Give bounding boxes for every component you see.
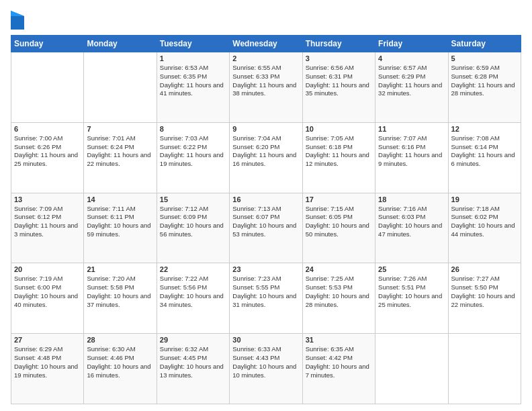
day-info: Sunrise: 7:26 AMSunset: 5:51 PMDaylight:… (378, 275, 445, 309)
calendar-cell: 18Sunrise: 7:16 AMSunset: 6:03 PMDayligh… (375, 193, 448, 263)
day-number: 21 (87, 265, 153, 273)
day-info: Sunrise: 6:35 AMSunset: 4:42 PMDaylight:… (306, 345, 372, 379)
day-number: 16 (232, 195, 299, 203)
calendar-cell: 25Sunrise: 7:26 AMSunset: 5:51 PMDayligh… (375, 263, 448, 334)
day-info: Sunrise: 6:32 AMSunset: 4:45 PMDaylight:… (160, 345, 226, 379)
calendar-cell: 10Sunrise: 7:05 AMSunset: 6:18 PMDayligh… (302, 122, 375, 193)
day-number: 14 (87, 195, 153, 203)
calendar-cell: 12Sunrise: 7:08 AMSunset: 6:14 PMDayligh… (448, 122, 521, 193)
day-info: Sunrise: 7:03 AMSunset: 6:22 PMDaylight:… (160, 134, 226, 169)
calendar-cell: 13Sunrise: 7:09 AMSunset: 6:12 PMDayligh… (11, 193, 84, 263)
calendar-cell: 4Sunrise: 6:57 AMSunset: 6:29 PMDaylight… (375, 52, 448, 123)
day-info: Sunrise: 6:55 AMSunset: 6:33 PMDaylight:… (232, 64, 299, 98)
calendar-cell: 31Sunrise: 6:35 AMSunset: 4:42 PMDayligh… (302, 334, 375, 404)
calendar-cell (84, 52, 157, 123)
day-info: Sunrise: 7:22 AMSunset: 5:56 PMDaylight:… (160, 275, 226, 309)
day-number: 7 (87, 125, 153, 133)
calendar-cell: 17Sunrise: 7:15 AMSunset: 6:05 PMDayligh… (302, 193, 375, 263)
logo (11, 11, 27, 30)
day-info: Sunrise: 7:09 AMSunset: 6:12 PMDaylight:… (14, 205, 81, 239)
weekday-monday: Monday (84, 36, 157, 52)
day-number: 27 (14, 336, 81, 344)
calendar-cell: 1Sunrise: 6:53 AMSunset: 6:35 PMDaylight… (157, 52, 229, 123)
day-info: Sunrise: 6:33 AMSunset: 4:43 PMDaylight:… (232, 345, 299, 379)
svg-marker-1 (11, 11, 24, 16)
day-info: Sunrise: 6:59 AMSunset: 6:28 PMDaylight:… (451, 64, 518, 98)
calendar-cell: 7Sunrise: 7:01 AMSunset: 6:24 PMDaylight… (84, 122, 157, 193)
day-info: Sunrise: 7:01 AMSunset: 6:24 PMDaylight:… (87, 134, 153, 169)
calendar-cell: 8Sunrise: 7:03 AMSunset: 6:22 PMDaylight… (157, 122, 229, 193)
logo-icon (11, 11, 24, 30)
day-info: Sunrise: 7:13 AMSunset: 6:07 PMDaylight:… (232, 205, 299, 239)
header (11, 11, 521, 30)
day-number: 5 (451, 54, 518, 62)
day-number: 22 (160, 265, 226, 273)
weekday-sunday: Sunday (11, 36, 84, 52)
calendar-cell: 24Sunrise: 7:25 AMSunset: 5:53 PMDayligh… (302, 263, 375, 334)
calendar-cell: 21Sunrise: 7:20 AMSunset: 5:58 PMDayligh… (84, 263, 157, 334)
page: SundayMondayTuesdayWednesdayThursdayFrid… (0, 0, 532, 411)
day-number: 17 (306, 195, 372, 203)
calendar-cell: 9Sunrise: 7:04 AMSunset: 6:20 PMDaylight… (230, 122, 302, 193)
week-row-2: 13Sunrise: 7:09 AMSunset: 6:12 PMDayligh… (11, 193, 521, 263)
weekday-header-row: SundayMondayTuesdayWednesdayThursdayFrid… (11, 36, 521, 52)
calendar-cell: 15Sunrise: 7:12 AMSunset: 6:09 PMDayligh… (157, 193, 229, 263)
day-info: Sunrise: 6:29 AMSunset: 4:48 PMDaylight:… (14, 345, 81, 379)
calendar-cell: 16Sunrise: 7:13 AMSunset: 6:07 PMDayligh… (230, 193, 302, 263)
day-number: 11 (378, 125, 445, 133)
day-info: Sunrise: 7:04 AMSunset: 6:20 PMDaylight:… (232, 134, 299, 169)
day-number: 24 (306, 265, 372, 273)
day-info: Sunrise: 7:23 AMSunset: 5:55 PMDaylight:… (232, 275, 299, 309)
day-info: Sunrise: 7:08 AMSunset: 6:14 PMDaylight:… (451, 134, 518, 169)
week-row-3: 20Sunrise: 7:19 AMSunset: 6:00 PMDayligh… (11, 263, 521, 334)
day-number: 23 (232, 265, 299, 273)
day-number: 8 (160, 125, 226, 133)
weekday-tuesday: Tuesday (157, 36, 229, 52)
day-info: Sunrise: 7:25 AMSunset: 5:53 PMDaylight:… (306, 275, 372, 309)
day-info: Sunrise: 7:18 AMSunset: 6:02 PMDaylight:… (451, 205, 518, 239)
day-info: Sunrise: 6:57 AMSunset: 6:29 PMDaylight:… (378, 64, 445, 98)
day-number: 15 (160, 195, 226, 203)
day-number: 26 (451, 265, 518, 273)
calendar-cell: 28Sunrise: 6:30 AMSunset: 4:46 PMDayligh… (84, 334, 157, 404)
calendar-cell (448, 334, 521, 404)
day-info: Sunrise: 7:16 AMSunset: 6:03 PMDaylight:… (378, 205, 445, 239)
day-number: 31 (306, 336, 372, 344)
calendar-cell: 22Sunrise: 7:22 AMSunset: 5:56 PMDayligh… (157, 263, 229, 334)
calendar-cell: 14Sunrise: 7:11 AMSunset: 6:11 PMDayligh… (84, 193, 157, 263)
weekday-saturday: Saturday (448, 36, 521, 52)
day-number: 6 (14, 125, 81, 133)
day-number: 1 (160, 54, 226, 62)
day-number: 13 (14, 195, 81, 203)
day-number: 3 (306, 54, 372, 62)
day-number: 4 (378, 54, 445, 62)
calendar-cell: 30Sunrise: 6:33 AMSunset: 4:43 PMDayligh… (230, 334, 302, 404)
day-info: Sunrise: 7:00 AMSunset: 6:26 PMDaylight:… (14, 134, 81, 169)
calendar-cell: 3Sunrise: 6:56 AMSunset: 6:31 PMDaylight… (302, 52, 375, 123)
calendar-cell: 27Sunrise: 6:29 AMSunset: 4:48 PMDayligh… (11, 334, 84, 404)
day-info: Sunrise: 7:20 AMSunset: 5:58 PMDaylight:… (87, 275, 153, 309)
day-info: Sunrise: 7:15 AMSunset: 6:05 PMDaylight:… (306, 205, 372, 239)
weekday-thursday: Thursday (302, 36, 375, 52)
day-info: Sunrise: 7:05 AMSunset: 6:18 PMDaylight:… (306, 134, 372, 169)
week-row-0: 1Sunrise: 6:53 AMSunset: 6:35 PMDaylight… (11, 52, 521, 123)
calendar-cell: 11Sunrise: 7:07 AMSunset: 6:16 PMDayligh… (375, 122, 448, 193)
day-number: 10 (306, 125, 372, 133)
calendar-cell: 26Sunrise: 7:27 AMSunset: 5:50 PMDayligh… (448, 263, 521, 334)
day-number: 25 (378, 265, 445, 273)
day-number: 19 (451, 195, 518, 203)
calendar-cell: 2Sunrise: 6:55 AMSunset: 6:33 PMDaylight… (230, 52, 302, 123)
calendar-cell: 6Sunrise: 7:00 AMSunset: 6:26 PMDaylight… (11, 122, 84, 193)
weekday-wednesday: Wednesday (230, 36, 302, 52)
day-info: Sunrise: 6:53 AMSunset: 6:35 PMDaylight:… (160, 64, 226, 98)
calendar-cell: 20Sunrise: 7:19 AMSunset: 6:00 PMDayligh… (11, 263, 84, 334)
week-row-4: 27Sunrise: 6:29 AMSunset: 4:48 PMDayligh… (11, 334, 521, 404)
weekday-friday: Friday (375, 36, 448, 52)
calendar: SundayMondayTuesdayWednesdayThursdayFrid… (11, 35, 521, 404)
day-info: Sunrise: 6:56 AMSunset: 6:31 PMDaylight:… (306, 64, 372, 98)
day-number: 28 (87, 336, 153, 344)
calendar-cell: 5Sunrise: 6:59 AMSunset: 6:28 PMDaylight… (448, 52, 521, 123)
week-row-1: 6Sunrise: 7:00 AMSunset: 6:26 PMDaylight… (11, 122, 521, 193)
day-info: Sunrise: 7:27 AMSunset: 5:50 PMDaylight:… (451, 275, 518, 309)
day-info: Sunrise: 7:07 AMSunset: 6:16 PMDaylight:… (378, 134, 445, 169)
